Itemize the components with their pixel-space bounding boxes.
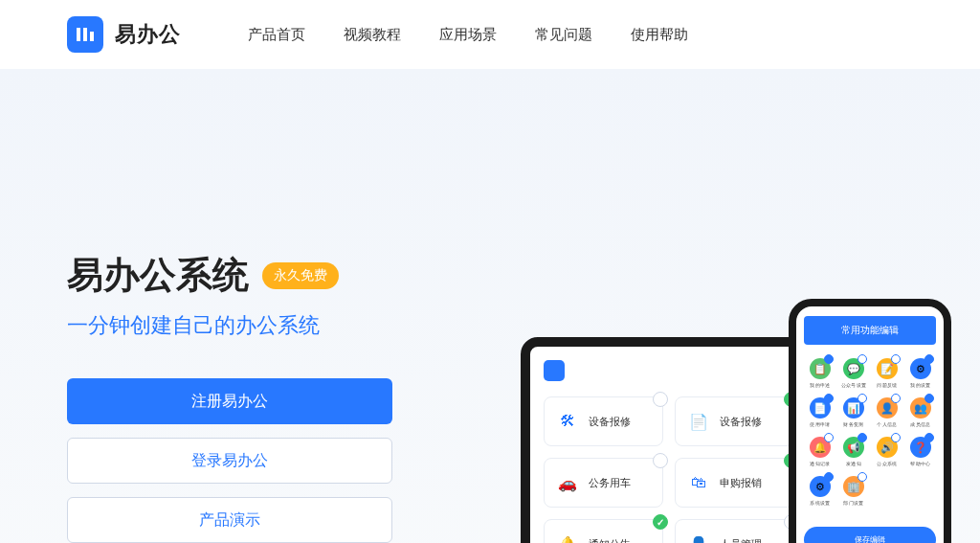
phone-app[interactable]: 🔔通知记录 xyxy=(804,433,835,468)
logo-icon xyxy=(67,16,103,53)
nav-item-home[interactable]: 产品首页 xyxy=(248,26,305,44)
phone-app-label: 系统设置 xyxy=(810,499,831,507)
tile-label: 申购报销 xyxy=(720,476,762,490)
phone-app-check-icon[interactable] xyxy=(924,354,934,364)
phone-app-check-icon[interactable] xyxy=(824,394,834,403)
tablet-tile[interactable]: 🚗公务用车 xyxy=(544,458,663,508)
phone-app-check-icon[interactable] xyxy=(824,472,834,482)
tile-label: 通知公告 xyxy=(589,537,631,544)
phone-app[interactable]: 🏢部门设置 xyxy=(837,472,869,508)
free-badge: 永久免费 xyxy=(262,262,339,289)
phone-app-label: 我的申述 xyxy=(810,381,831,389)
svg-rect-2 xyxy=(90,32,94,41)
phone-app[interactable]: ❓帮助中心 xyxy=(904,433,936,468)
phone-app-label: 发通知 xyxy=(845,460,860,467)
header: 易办公 产品首页 视频教程 应用场景 常见问题 使用帮助 xyxy=(0,0,980,69)
phone-app-check-icon[interactable] xyxy=(858,354,867,364)
tile-icon: 📄 xyxy=(685,408,712,435)
phone-app[interactable]: 📝问题反馈 xyxy=(871,354,902,390)
phone-app-label: 通知记录 xyxy=(810,460,831,467)
device-preview: 🛠设备报修📄设备报修🚗公务用车🛍申购报销🔔通知公告👤人员管理 常用功能编辑 📋我… xyxy=(521,299,951,543)
phone-app-check-icon[interactable] xyxy=(924,433,934,442)
phone-app-check-icon[interactable] xyxy=(858,394,867,403)
phone-app-label: 成员信息 xyxy=(910,420,931,428)
phone-app-check-icon[interactable] xyxy=(891,354,901,364)
phone-app[interactable]: 📋我的申述 xyxy=(804,354,835,390)
demo-button[interactable]: 产品演示 xyxy=(67,497,392,543)
phone-app[interactable]: 👥成员信息 xyxy=(904,394,936,429)
phone-app[interactable]: ⚙我的设置 xyxy=(904,354,936,390)
tile-label: 人员管理 xyxy=(720,537,762,544)
tile-check-icon[interactable] xyxy=(653,453,668,468)
nav-item-help[interactable]: 使用帮助 xyxy=(631,26,688,44)
phone-app-check-icon[interactable] xyxy=(858,433,867,442)
tile-icon: 👤 xyxy=(685,531,712,543)
tile-label: 公务用车 xyxy=(589,476,631,490)
phone-app-check-icon[interactable] xyxy=(891,394,901,403)
phone-app-check-icon[interactable] xyxy=(891,433,901,442)
phone-app-check-icon[interactable] xyxy=(824,354,834,364)
phone-app-check-icon[interactable] xyxy=(924,394,934,403)
phone-app-check-icon[interactable] xyxy=(824,433,834,442)
phone-save-button[interactable]: 保存编辑 xyxy=(804,527,936,543)
phone-app[interactable]: 📊财务复测 xyxy=(837,394,869,429)
hero-title: 易办公系统 xyxy=(67,251,249,300)
hero-subtitle: 一分钟创建自己的办公系统 xyxy=(67,311,392,340)
hero-left: 易办公系统 永久免费 一分钟创建自己的办公系统 注册易办公 登录易办公 产品演示 xyxy=(67,136,392,543)
phone-app-label: 公众号设置 xyxy=(840,381,866,389)
phone-app-label: 个人信息 xyxy=(877,420,898,428)
nav-item-scenarios[interactable]: 应用场景 xyxy=(439,26,497,44)
phone-app-label: 我的设置 xyxy=(910,381,931,389)
phone-mockup: 常用功能编辑 📋我的申述💬公众号设置📝问题反馈⚙我的设置📄使用申请📊财务复测👤个… xyxy=(789,299,951,543)
nav-item-faq[interactable]: 常见问题 xyxy=(535,26,592,44)
svg-rect-1 xyxy=(83,28,87,41)
tile-icon: 🛍 xyxy=(685,469,712,496)
phone-app[interactable]: ⚙系统设置 xyxy=(804,472,835,508)
phone-app-label: 使用申请 xyxy=(810,420,831,428)
tablet-tile[interactable]: 🛍申购报销 xyxy=(675,458,794,508)
phone-app-label: 财务复测 xyxy=(843,420,864,428)
logo[interactable]: 易办公 xyxy=(67,16,181,53)
phone-app[interactable]: 📄使用申请 xyxy=(804,394,835,429)
tablet-logo-icon xyxy=(544,360,565,381)
hero-section: 易办公系统 永久免费 一分钟创建自己的办公系统 注册易办公 登录易办公 产品演示… xyxy=(0,69,980,543)
phone-app[interactable]: 📢发通知 xyxy=(837,433,869,468)
register-button[interactable]: 注册易办公 xyxy=(67,378,392,424)
tablet-tile[interactable]: 🔔通知公告 xyxy=(544,519,663,543)
login-button[interactable]: 登录易办公 xyxy=(67,438,392,484)
tile-icon: 🚗 xyxy=(554,469,581,496)
phone-app-label: 问题反馈 xyxy=(877,381,898,389)
tile-check-icon[interactable] xyxy=(653,514,668,530)
phone-app-label: 公众系统 xyxy=(877,460,898,467)
main-nav: 产品首页 视频教程 应用场景 常见问题 使用帮助 xyxy=(248,26,688,44)
tile-check-icon[interactable] xyxy=(653,392,668,407)
nav-item-video[interactable]: 视频教程 xyxy=(344,26,401,44)
tile-icon: 🔔 xyxy=(554,531,581,543)
phone-app[interactable]: 👤个人信息 xyxy=(871,394,902,429)
phone-app[interactable]: 💬公众号设置 xyxy=(837,354,869,390)
phone-app-label: 部门设置 xyxy=(843,499,864,507)
svg-rect-0 xyxy=(77,28,80,41)
tile-icon: 🛠 xyxy=(554,408,581,435)
phone-app[interactable]: 🔊公众系统 xyxy=(871,433,902,468)
tablet-mockup: 🛠设备报修📄设备报修🚗公务用车🛍申购报销🔔通知公告👤人员管理 xyxy=(521,337,817,543)
phone-app-label: 帮助中心 xyxy=(910,460,931,467)
brand-name: 易办公 xyxy=(115,20,181,49)
tablet-tile[interactable]: 👤人员管理 xyxy=(675,519,794,543)
tablet-tile[interactable]: 🛠设备报修 xyxy=(544,396,663,446)
tile-label: 设备报修 xyxy=(589,415,631,429)
phone-app-check-icon[interactable] xyxy=(858,472,867,482)
phone-header: 常用功能编辑 xyxy=(804,316,936,345)
tile-label: 设备报修 xyxy=(720,415,762,429)
tablet-tile[interactable]: 📄设备报修 xyxy=(675,396,794,446)
